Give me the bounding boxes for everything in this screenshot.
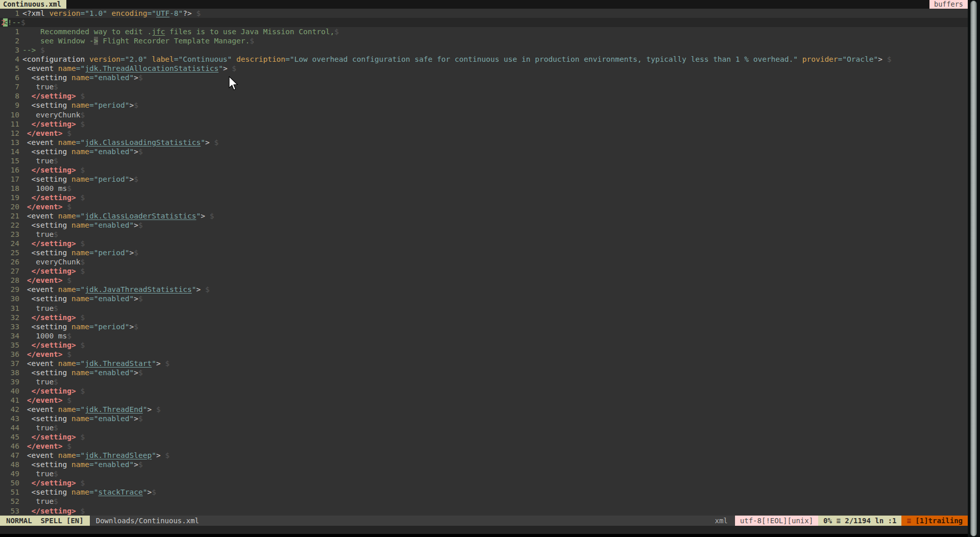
- code-line[interactable]: 1 Recommended way to edit .jfc files is …: [0, 27, 968, 36]
- code-line[interactable]: 31 true$: [0, 304, 968, 313]
- mode-indicator: NORMAL SPELL [EN]: [0, 516, 90, 526]
- code-line[interactable]: 36 </event> $: [0, 350, 968, 359]
- code-line[interactable]: 43 <setting name="enabled">$: [0, 414, 968, 423]
- code-line[interactable]: 47 <event name="jdk.ThreadSleep"> $: [0, 451, 968, 460]
- eol-marker: $: [81, 239, 85, 248]
- line-number: 20: [0, 202, 19, 211]
- code-segment: ": [218, 64, 223, 72]
- code-line[interactable]: 29 <event name="jdk.JavaThreadStatistics…: [0, 285, 968, 294]
- code-line[interactable]: 23 true$: [0, 230, 968, 239]
- code-line[interactable]: 5 <event name="jdk.ThreadAllocationStati…: [0, 64, 968, 73]
- code-line[interactable]: 45 </setting> $: [0, 432, 968, 442]
- code-line[interactable]: 28 </event> $: [0, 276, 968, 285]
- code-segment: <setting: [22, 249, 71, 257]
- code-line[interactable]: 10 everyChunk$: [0, 110, 968, 119]
- code-line[interactable]: 8 </setting> $: [0, 91, 968, 101]
- code-line[interactable]: 32 </setting> $: [0, 313, 968, 322]
- code-line[interactable]: 15 true$: [0, 156, 968, 165]
- eol-marker: $: [40, 46, 45, 54]
- command-line[interactable]: [0, 526, 968, 534]
- line-number: 45: [0, 432, 19, 442]
- code-line[interactable]: 50 </setting> $: [0, 478, 968, 487]
- code-editor[interactable]: 1<?xml version="1.0" encoding="UTF-8"?> …: [0, 9, 968, 516]
- code-segment: ": [201, 138, 205, 147]
- code-line[interactable]: 51 <setting name="stackTrace">$: [0, 487, 968, 497]
- buffers-label[interactable]: buffers: [929, 0, 968, 9]
- code-line[interactable]: 26 everyChunk$: [0, 257, 968, 266]
- code-line[interactable]: 48 <setting name="enabled">$: [0, 460, 968, 469]
- code-line[interactable]: 18 1000 ms$: [0, 184, 968, 193]
- code-segment: -8": [169, 9, 183, 17]
- code-line[interactable]: 46 </event> $: [0, 442, 968, 451]
- code-line[interactable]: 6 <setting name="enabled">$: [0, 73, 968, 82]
- code-line[interactable]: 9 <setting name="period">$: [0, 101, 968, 110]
- line-number: 3: [0, 45, 19, 55]
- code-line[interactable]: 38 <setting name="enabled">$: [0, 368, 968, 377]
- code-segment: =": [76, 451, 85, 459]
- code-line[interactable]: 40 </setting> $: [0, 386, 968, 396]
- eol-marker: $: [81, 479, 85, 487]
- code-segment: jdk.ClassLoadingStatistics: [85, 138, 201, 147]
- code-line[interactable]: 16 </setting> $: [0, 165, 968, 175]
- code-line[interactable]: 27 </setting> $: [0, 266, 968, 276]
- eol-marker: $: [81, 111, 85, 119]
- code-line[interactable]: 13 <event name="jdk.ClassLoadingStatisti…: [0, 138, 968, 147]
- code-line[interactable]: 33 <setting name="period">$: [0, 322, 968, 331]
- eol-marker: $: [138, 148, 143, 156]
- line-number: 50: [0, 478, 19, 487]
- code-line[interactable]: 53 </setting> $: [0, 506, 968, 516]
- line-number: 15: [0, 156, 19, 165]
- code-line[interactable]: 35 </setting> $: [0, 340, 968, 350]
- code-line[interactable]: 2 see Window -> Flight Recorder Template…: [0, 36, 968, 45]
- code-segment: true: [22, 470, 54, 478]
- code-segment: </setting>: [22, 433, 81, 441]
- code-segment: everyChunk: [22, 111, 81, 119]
- code-line[interactable]: 42 <event name="jdk.ThreadEnd"> $: [0, 405, 968, 414]
- line-number: 1: [0, 27, 19, 36]
- code-line[interactable]: 41 </event> $: [0, 396, 968, 405]
- line-number: 23: [0, 230, 19, 239]
- code-line[interactable]: 12 </event> $: [0, 129, 968, 138]
- code-segment: >: [147, 405, 156, 413]
- scrollbar-track[interactable]: [968, 0, 980, 537]
- code-line[interactable]: 11 </setting> $: [0, 119, 968, 129]
- code-line[interactable]: 24 </setting> $: [0, 239, 968, 248]
- code-segment: ="enabled": [89, 295, 134, 303]
- code-line[interactable]: 7 true$: [0, 82, 968, 91]
- code-segment: ="1.0": [81, 9, 112, 17]
- code-line[interactable]: 22 <setting name="enabled">$: [0, 221, 968, 230]
- code-line[interactable]: 19 </setting> $: [0, 193, 968, 202]
- code-segment: ="enabled": [89, 369, 134, 377]
- code-line-current[interactable]: 2<!--$: [0, 18, 968, 27]
- code-segment: ="Low overhead configuration safe for co…: [285, 55, 802, 63]
- code-line[interactable]: 17 <setting name="period">$: [0, 175, 968, 184]
- code-line[interactable]: 39 true$: [0, 377, 968, 386]
- code-segment: name: [71, 249, 89, 257]
- code-line[interactable]: 34 1000 ms$: [0, 331, 968, 340]
- code-line[interactable]: 44 true$: [0, 423, 968, 432]
- scrollbar-thumb[interactable]: [970, 1, 977, 536]
- code-segment: </event>: [22, 276, 67, 284]
- code-segment: name: [71, 148, 89, 156]
- code-line[interactable]: 52 true$: [0, 497, 968, 506]
- code-segment: </setting>: [22, 387, 81, 395]
- code-segment: ?>: [183, 9, 196, 17]
- code-line[interactable]: 4<configuration version="2.0" label="Con…: [0, 55, 968, 64]
- eol-marker: $: [134, 249, 138, 257]
- code-line[interactable]: 1<?xml version="1.0" encoding="UTF-8"?> …: [0, 9, 968, 18]
- code-line[interactable]: 21 <event name="jdk.ClassLoaderStatistic…: [0, 211, 968, 221]
- code-line[interactable]: 25 <setting name="period">$: [0, 248, 968, 257]
- code-line[interactable]: 37 <event name="jdk.ThreadStart"> $: [0, 359, 968, 368]
- code-line[interactable]: 49 true$: [0, 469, 968, 478]
- code-line[interactable]: 30 <setting name="enabled">$: [0, 294, 968, 303]
- code-segment: <setting: [22, 221, 71, 229]
- eol-marker: $: [81, 258, 85, 266]
- code-line[interactable]: 3--> $: [0, 45, 968, 55]
- warning-text: [1]trailing: [911, 517, 963, 525]
- code-segment: <setting: [22, 460, 71, 469]
- code-line[interactable]: 20 </event> $: [0, 202, 968, 211]
- status-bar: NORMAL SPELL [EN] Downloads/Continuous.x…: [0, 516, 968, 526]
- code-line[interactable]: 14 <setting name="enabled">$: [0, 147, 968, 156]
- tab-continuous-xml[interactable]: Continuous.xml: [0, 0, 66, 9]
- code-segment: </setting>: [22, 479, 81, 487]
